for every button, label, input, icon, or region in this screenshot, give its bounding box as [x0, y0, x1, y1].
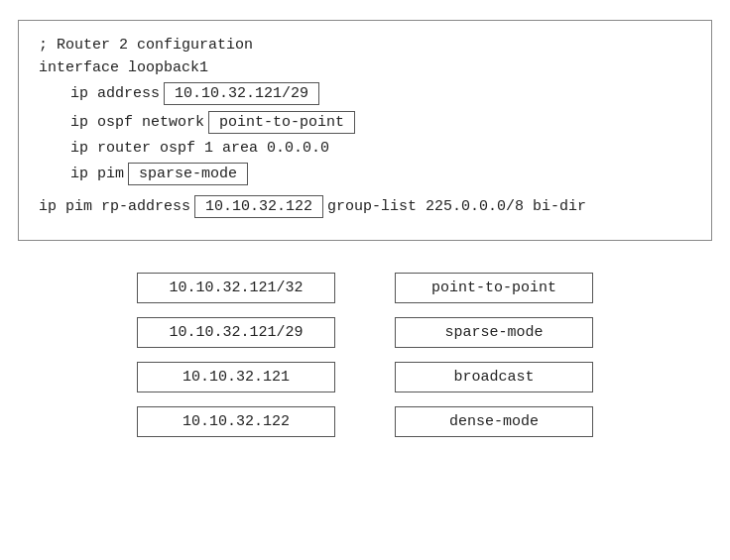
option-left-0[interactable]: 10.10.32.121/32 — [137, 273, 335, 303]
ip-address-value: 10.10.32.121/29 — [164, 82, 319, 105]
interface-text: interface loopback1 — [39, 59, 208, 76]
ip-router-ospf-text: ip router ospf 1 area 0.0.0.0 — [70, 140, 329, 157]
ip-pim-rp-label: ip pim rp-address — [39, 198, 190, 215]
option-left-1[interactable]: 10.10.32.121/29 — [137, 317, 335, 348]
ip-pim-line: ip pim sparse-mode — [39, 163, 691, 185]
option-left-2[interactable]: 10.10.32.121 — [137, 362, 335, 392]
ip-pim-rp-line: ip pim rp-address 10.10.32.122 group-lis… — [39, 195, 691, 218]
config-box: ; Router 2 configuration interface loopb… — [18, 20, 712, 241]
ip-router-ospf-line: ip router ospf 1 area 0.0.0.0 — [39, 140, 691, 157]
ip-ospf-value: point-to-point — [208, 111, 355, 134]
interface-line: interface loopback1 — [39, 59, 691, 76]
option-right-3[interactable]: dense-mode — [395, 406, 593, 437]
ip-address-label: ip address — [70, 85, 160, 102]
option-left-3[interactable]: 10.10.32.122 — [137, 406, 335, 437]
ip-ospf-line: ip ospf network point-to-point — [39, 111, 691, 134]
ip-pim-label: ip pim — [70, 166, 124, 182]
comment-text: ; Router 2 configuration — [39, 37, 253, 54]
ip-pim-value: sparse-mode — [128, 163, 248, 185]
comment-line: ; Router 2 configuration — [39, 37, 691, 54]
option-right-1[interactable]: sparse-mode — [395, 317, 593, 348]
ip-address-line: ip address 10.10.32.121/29 — [39, 82, 691, 105]
option-right-2[interactable]: broadcast — [395, 362, 593, 392]
ip-pim-rp-suffix: group-list 225.0.0.0/8 bi-dir — [327, 198, 586, 215]
ip-pim-rp-value: 10.10.32.122 — [194, 195, 323, 218]
option-right-0[interactable]: point-to-point — [395, 273, 593, 303]
ip-ospf-label: ip ospf network — [70, 114, 204, 131]
options-grid: 10.10.32.121/32point-to-point10.10.32.12… — [137, 273, 593, 437]
